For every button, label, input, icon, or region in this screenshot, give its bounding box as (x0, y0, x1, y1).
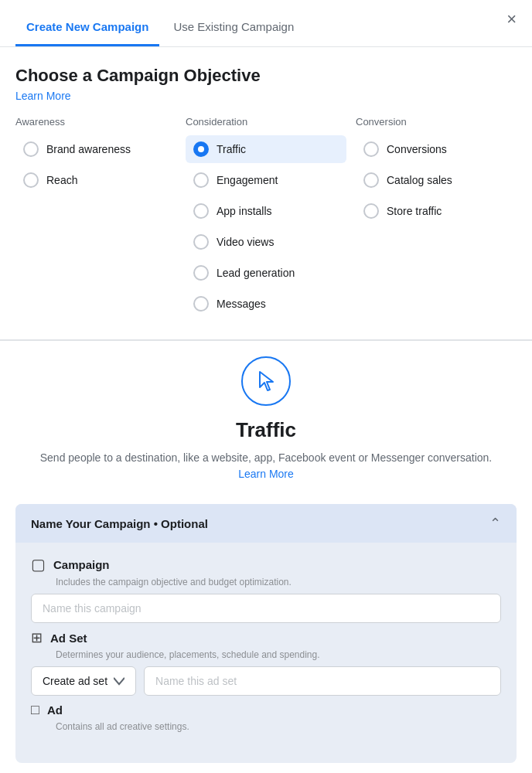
radio-lead-generation[interactable] (193, 265, 209, 281)
ad-set-row: Create ad set (31, 666, 501, 696)
option-engagement[interactable]: Engagement (186, 166, 346, 194)
radio-catalog-sales[interactable] (363, 172, 379, 188)
campaign-name-input[interactable] (31, 594, 501, 623)
tab-create-new[interactable]: Create New Campaign (15, 12, 159, 46)
create-campaign-modal: Create New Campaign Use Existing Campaig… (0, 0, 532, 773)
selected-learn-more[interactable]: Learn More (238, 468, 294, 480)
selected-objective-icon (241, 356, 291, 406)
learn-more-link[interactable]: Learn More (15, 90, 71, 102)
name-section-body: ▢ Campaign Includes the campaign objecti… (15, 543, 517, 763)
catalog-sales-label: Catalog sales (387, 174, 452, 186)
traffic-cursor-icon (254, 369, 278, 393)
consideration-column: Consideration Traffic Engagement App ins… (186, 116, 356, 321)
ad-field-label: Ad (47, 703, 63, 717)
ad-field-row: □ Ad (31, 702, 501, 718)
modal-footer: Cancel Continue (0, 769, 532, 773)
radio-conversions[interactable] (363, 141, 379, 157)
option-video-views[interactable]: Video views (186, 228, 346, 256)
conversions-label: Conversions (387, 143, 447, 155)
close-button[interactable]: × (506, 11, 517, 28)
option-store-traffic[interactable]: Store traffic (356, 197, 517, 225)
ad-sublabel: Contains all ad creative settings. (56, 721, 501, 732)
conversion-column: Conversion Conversions Catalog sales Sto… (356, 116, 517, 321)
selected-description: Send people to a destination, like a web… (31, 450, 501, 482)
store-traffic-label: Store traffic (387, 205, 442, 217)
ad-set-field-label: Ad Set (50, 632, 87, 645)
radio-app-installs[interactable] (193, 203, 209, 219)
name-section-header[interactable]: Name Your Campaign • Optional ⌃ (15, 504, 517, 543)
option-traffic[interactable]: Traffic (186, 135, 346, 163)
ad-set-sublabel: Determines your audience, placements, sc… (56, 649, 501, 660)
ad-set-field-row: ⊞ Ad Set (31, 629, 501, 646)
radio-brand-awareness[interactable] (23, 141, 39, 157)
chevron-up-icon: ⌃ (489, 515, 501, 532)
lead-generation-label: Lead generation (217, 267, 295, 279)
selected-title: Traffic (31, 418, 501, 442)
option-brand-awareness[interactable]: Brand awareness (15, 135, 176, 163)
tab-use-existing[interactable]: Use Existing Campaign (162, 12, 305, 46)
reach-label: Reach (46, 174, 77, 186)
objectives-grid: Awareness Brand awareness Reach Consider… (15, 116, 517, 321)
ad-set-name-input[interactable] (144, 666, 501, 696)
radio-store-traffic[interactable] (363, 203, 379, 219)
campaign-folder-icon: ▢ (31, 555, 46, 574)
option-conversions[interactable]: Conversions (356, 135, 517, 163)
messages-label: Messages (217, 298, 266, 310)
option-messages[interactable]: Messages (186, 290, 346, 318)
create-ad-set-dropdown[interactable]: Create ad set (31, 666, 136, 696)
radio-traffic[interactable] (193, 141, 209, 157)
option-catalog-sales[interactable]: Catalog sales (356, 166, 517, 194)
radio-video-views[interactable] (193, 234, 209, 250)
create-ad-set-label: Create ad set (43, 675, 107, 687)
selected-objective-section: Traffic Send people to a destination, li… (0, 340, 532, 504)
app-installs-label: App installs (217, 205, 272, 217)
consideration-label: Consideration (186, 116, 346, 128)
campaign-field-label: Campaign (53, 558, 110, 571)
ad-set-field-group: ⊞ Ad Set Determines your audience, place… (31, 629, 501, 696)
ad-set-grid-icon: ⊞ (31, 629, 43, 646)
campaign-field-group: ▢ Campaign Includes the campaign objecti… (31, 555, 501, 623)
modal-body: Choose a Campaign Objective Learn More A… (0, 47, 532, 321)
dropdown-chevron-icon (114, 676, 124, 686)
traffic-label: Traffic (217, 143, 246, 155)
name-campaign-section: Name Your Campaign • Optional ⌃ ▢ Campai… (15, 504, 517, 763)
ad-field-group: □ Ad Contains all ad creative settings. (31, 702, 501, 732)
conversion-label: Conversion (356, 116, 517, 128)
engagement-label: Engagement (217, 174, 278, 186)
radio-engagement[interactable] (193, 172, 209, 188)
video-views-label: Video views (217, 236, 274, 248)
name-section-title: Name Your Campaign • Optional (31, 517, 208, 530)
modal-header: Create New Campaign Use Existing Campaig… (0, 0, 532, 47)
awareness-column: Awareness Brand awareness Reach (15, 116, 186, 321)
ad-icon: □ (31, 702, 39, 718)
name-section-wrapper: Name Your Campaign • Optional ⌃ ▢ Campai… (0, 504, 532, 763)
brand-awareness-label: Brand awareness (46, 143, 131, 155)
campaign-sublabel: Includes the campaign objective and budg… (56, 577, 501, 587)
radio-messages[interactable] (193, 296, 209, 312)
option-reach[interactable]: Reach (15, 166, 176, 194)
radio-reach[interactable] (23, 172, 39, 188)
page-title: Choose a Campaign Objective (15, 66, 517, 86)
option-app-installs[interactable]: App installs (186, 197, 346, 225)
awareness-label: Awareness (15, 116, 176, 128)
option-lead-generation[interactable]: Lead generation (186, 259, 346, 287)
campaign-field-row: ▢ Campaign (31, 555, 501, 574)
